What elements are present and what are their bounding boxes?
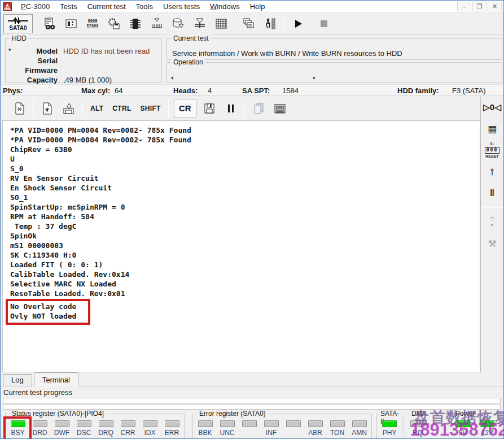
- alt-key-button[interactable]: ALT: [86, 105, 108, 112]
- windows-cascade-button[interactable]: [238, 15, 260, 33]
- terminal-line: Selective MARC NX Loaded: [10, 279, 480, 289]
- terminal-settings-button[interactable]: [269, 99, 291, 118]
- stop-icon: [317, 17, 331, 31]
- menu-item-windows[interactable]: Windows: [205, 1, 245, 12]
- copy-terminal-button[interactable]: [248, 99, 269, 118]
- led-indicator: [330, 420, 345, 427]
- pause-terminal-button[interactable]: [220, 99, 242, 118]
- sata0-port-button[interactable]: SATA0: [3, 14, 33, 33]
- hdd-panel: HDD ▾ ModelHDD ID has not been readSeria…: [5, 38, 162, 83]
- toolbar-separator: [244, 100, 245, 117]
- phys-value: 1584: [282, 86, 299, 95]
- operation-dropdown-mid[interactable]: ▾: [313, 75, 315, 81]
- led-indicator: [198, 420, 213, 427]
- led-bbk: BBK: [194, 420, 216, 437]
- toolbar-separator: [168, 100, 169, 117]
- tab-terminal[interactable]: Terminal: [34, 372, 78, 386]
- database-icon: [172, 17, 185, 31]
- terminal-output[interactable]: *PA VID=0000 PN=0004 Rev=0002- 785x Foun…: [2, 120, 480, 372]
- menu-item-users-tests[interactable]: Users tests: [158, 1, 205, 12]
- terminal-toolbar: ALT CTRL SHIFT CR: [1, 97, 481, 120]
- floppy-arrow-icon: [62, 102, 76, 115]
- led-label: INF: [260, 429, 282, 437]
- led-label: PHY: [378, 429, 401, 437]
- utility-selection-button[interactable]: [39, 15, 60, 33]
- operation-title: Operation: [171, 58, 205, 66]
- led-label: DRQ: [95, 429, 117, 437]
- save-terminal-button[interactable]: [199, 99, 220, 118]
- power-switch-button[interactable]: ⊸: [481, 161, 503, 182]
- led-label: IDX: [139, 429, 161, 437]
- led-drq: DRQ: [95, 420, 117, 437]
- surface-grid-button[interactable]: [211, 15, 232, 33]
- sata2-group: SATA-II PHY: [376, 414, 402, 439]
- stop-test-button[interactable]: [313, 15, 335, 33]
- reset-button[interactable]: 1↓ 000 RESET: [481, 140, 503, 161]
- terminal-line: mS1 00000003: [10, 241, 480, 250]
- led-indicator: [121, 420, 135, 427]
- database-button[interactable]: [168, 15, 189, 33]
- minimize-button[interactable]: –: [457, 2, 471, 11]
- menu-item-tools[interactable]: Tools: [131, 1, 158, 12]
- led-ton: TON: [326, 420, 348, 437]
- terminal-line: Ovly NOT loaded: [10, 311, 86, 321]
- cr-button[interactable]: CR: [174, 99, 196, 118]
- progress-bar-2: [3, 404, 501, 410]
- run-test-button[interactable]: [287, 15, 309, 33]
- led-abr: ABR: [304, 420, 326, 437]
- close-button[interactable]: ✕: [488, 2, 502, 11]
- app-logo-icon: [3, 2, 12, 11]
- pause-icon: ‖: [490, 188, 494, 198]
- log-terminal-tabbar: LogTerminal: [1, 372, 503, 386]
- pc3000-window: PC-3000TestsCurrent testToolsUsers tests…: [0, 0, 504, 439]
- current-test-title: Current test: [171, 34, 211, 42]
- save-log-button[interactable]: [58, 99, 80, 118]
- menu-item-tests[interactable]: Tests: [55, 1, 82, 12]
- pcb-test-button[interactable]: ▦: [481, 118, 503, 140]
- sata0-label: SATA0: [9, 25, 27, 31]
- led-label: DSC: [73, 429, 95, 437]
- menu-item-current-test[interactable]: Current test: [82, 1, 131, 12]
- settings-button[interactable]: [103, 15, 125, 33]
- error-register-group: Error register (SATA0) BBKUNCINFABRTONAM…: [192, 414, 372, 439]
- shift-key-button[interactable]: SHIFT: [136, 105, 165, 112]
- power-probe-icon: ⊸: [487, 168, 498, 175]
- spindle-start-button[interactable]: ▷0◁: [481, 97, 503, 118]
- hdd-value: ,49 MB (1 000): [63, 75, 112, 85]
- dma-title: DMA: [409, 410, 429, 418]
- error-register-title: Error register (SATA0): [197, 410, 268, 418]
- baud-rate-button[interactable]: 960057600: [82, 15, 103, 33]
- hdd-row-model: ModelHDD ID has not been read: [6, 46, 161, 56]
- terminal-line: *PA VID=0000 PN=0004 Rev=0002- 785x Foun…: [10, 125, 480, 135]
- ctrl-key-button[interactable]: CTRL: [108, 105, 135, 112]
- led-dsc: DSC: [73, 420, 95, 437]
- menu-item-help[interactable]: Help: [245, 1, 270, 12]
- merge-resources-button[interactable]: [189, 15, 211, 33]
- chip-rom-button[interactable]: [125, 15, 146, 33]
- restore-button[interactable]: ❐: [472, 2, 487, 11]
- tab-log[interactable]: Log: [3, 374, 32, 386]
- progress-label: Current test progress: [3, 388, 72, 397]
- new-macro-button[interactable]: [37, 99, 58, 118]
- exit-test-button[interactable]: [260, 15, 281, 33]
- led-indicator: [99, 420, 113, 427]
- funnel-icon: [193, 17, 207, 31]
- oscilloscope-button[interactable]: [146, 15, 168, 33]
- resources-button[interactable]: [60, 15, 82, 33]
- resources-chart-icon: [64, 17, 78, 31]
- led-label: DWF: [51, 429, 73, 437]
- menu-item-pc-3000[interactable]: PC-3000: [16, 1, 55, 12]
- current-test-panel: Current test Service information / Work …: [166, 38, 502, 60]
- phys-label: HDD family:: [397, 86, 439, 95]
- toolbar-separator: [36, 15, 36, 32]
- clear-terminal-button[interactable]: [9, 99, 30, 118]
- hdd-row-capacity: Capacity,49 MB (1 000): [6, 75, 161, 85]
- status-register-group: Status register (SATA0)-[PIO4] BSYDRDDWF…: [5, 414, 185, 439]
- hdd-select-dropdown[interactable]: ▾: [8, 47, 11, 53]
- annotation-box-terminal: No Overlay codeOvly NOT loaded: [6, 299, 90, 325]
- led-label: ERR: [161, 429, 183, 437]
- pause-button[interactable]: ‖: [481, 182, 503, 204]
- operation-dropdown-left[interactable]: ▾: [171, 75, 174, 81]
- tools-button: ⚒: [481, 233, 503, 254]
- led-12v: 12V: [475, 420, 500, 437]
